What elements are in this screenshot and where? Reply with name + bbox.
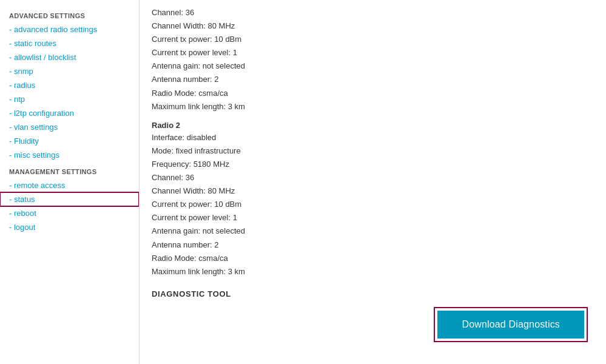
radio2-channel-width: Channel Width: 80 MHz [152, 184, 594, 198]
sidebar-link-allowlist-blocklist[interactable]: - allowlist / blocklist [0, 50, 139, 64]
sidebar-link-advanced-radio-settings[interactable]: - advanced radio settings [0, 22, 139, 36]
sidebar-link-logout[interactable]: - logout [0, 220, 139, 234]
info-line: Maximum link length: 3 km [152, 100, 594, 113]
radio2-section: Radio 2 Interface: disabled Mode: fixed … [152, 121, 594, 278]
sidebar-link-static-routes[interactable]: - static routes [0, 36, 139, 50]
sidebar: ADVANCED SETTINGS - advanced radio setti… [0, 0, 140, 364]
radio2-tx-power: Current tx power: 10 dBm [152, 198, 594, 211]
radio2-frequency: Frequency: 5180 MHz [152, 158, 594, 171]
sidebar-link-fluidity[interactable]: - Fluidity [0, 134, 139, 148]
radio2-radio-mode: Radio Mode: csma/ca [152, 252, 594, 265]
sidebar-link-reboot[interactable]: - reboot [0, 206, 139, 220]
sidebar-link-remote-access[interactable]: - remote access [0, 178, 139, 192]
download-diagnostics-button[interactable]: Download Diagnostics [437, 311, 584, 339]
sidebar-link-radius[interactable]: - radius [0, 78, 139, 92]
sidebar-link-status[interactable]: - status [0, 192, 139, 206]
radio2-channel: Channel: 36 [152, 171, 594, 184]
radio2-antenna-number: Antenna number: 2 [152, 238, 594, 252]
advanced-settings-header: ADVANCED SETTINGS [0, 6, 139, 22]
download-btn-wrapper: Download Diagnostics [152, 307, 594, 342]
sidebar-link-vlan-settings[interactable]: - vlan settings [0, 120, 139, 134]
main-content: Channel: 36 Channel Width: 80 MHz Curren… [140, 0, 606, 364]
sidebar-link-l2tp-configuration[interactable]: - l2tp configuration [0, 106, 139, 120]
sidebar-link-misc-settings[interactable]: - misc settings [0, 148, 139, 162]
management-settings-header: MANAGEMENT SETTINGS [0, 162, 139, 178]
radio2-title: Radio 2 [152, 121, 594, 130]
radio2-mode: Mode: fixed infrastructure [152, 144, 594, 158]
info-line: Current tx power: 10 dBm [152, 33, 594, 46]
diagnostic-section: DIAGNOSTIC TOOL Download Diagnostics [152, 289, 594, 342]
above-radio1-section: Channel: 36 Channel Width: 80 MHz Curren… [152, 6, 594, 113]
info-line: Antenna gain: not selected [152, 59, 594, 73]
radio2-antenna-gain: Antenna gain: not selected [152, 224, 594, 238]
diagnostic-header: DIAGNOSTIC TOOL [152, 289, 594, 298]
info-line: Current tx power level: 1 [152, 46, 594, 59]
radio2-interface: Interface: disabled [152, 131, 594, 144]
info-line: Antenna number: 2 [152, 73, 594, 86]
info-line: Channel Width: 80 MHz [152, 19, 594, 33]
radio2-tx-power-level: Current tx power level: 1 [152, 211, 594, 224]
download-btn-outer-border: Download Diagnostics [434, 307, 588, 342]
radio2-max-link-length: Maximum link length: 3 km [152, 265, 594, 278]
info-line: Radio Mode: csma/ca [152, 87, 594, 100]
sidebar-link-snmp[interactable]: - snmp [0, 64, 139, 78]
info-line: Channel: 36 [152, 6, 594, 19]
sidebar-link-ntp[interactable]: - ntp [0, 92, 139, 106]
